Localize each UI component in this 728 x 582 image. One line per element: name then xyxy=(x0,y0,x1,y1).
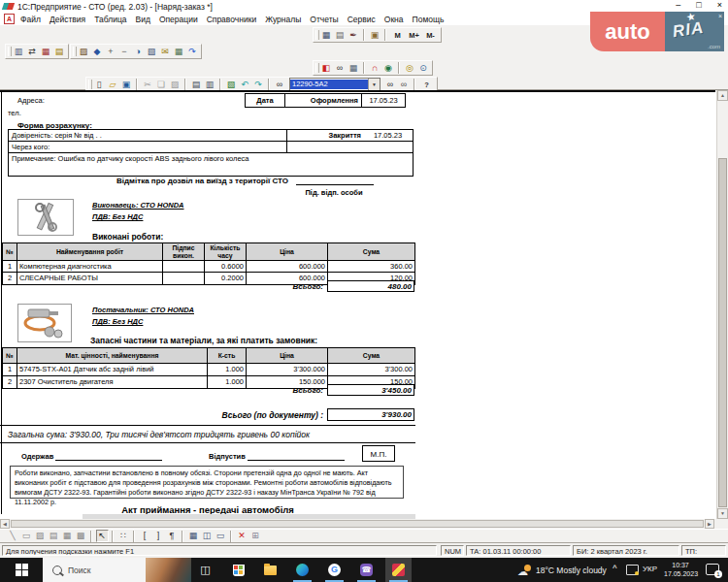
mail-icon[interactable]: ✉ xyxy=(159,46,172,58)
menu-item-windows[interactable]: Окна xyxy=(384,15,404,24)
taskbar-search[interactable]: Поиск xyxy=(43,558,191,582)
autoria-auto-block[interactable]: auto xyxy=(590,12,665,51)
section-icon[interactable]: ¶ xyxy=(166,530,179,542)
menu-item-reports[interactable]: Отчеты xyxy=(310,15,338,24)
page-setup-icon[interactable]: ▤ xyxy=(334,29,347,42)
chart-tool-icon[interactable]: ▦ xyxy=(61,530,74,542)
panel-view-icon[interactable]: ▭ xyxy=(215,530,227,542)
help-icon[interactable]: ? xyxy=(419,79,435,91)
combobox-dropdown-icon[interactable]: ▼ xyxy=(368,79,380,90)
weather-widget[interactable]: ☁ 18°C Mostly cloudy xyxy=(517,558,607,582)
block-names-icon[interactable]: ✕ xyxy=(236,530,248,542)
line-tool-icon[interactable]: ╲ xyxy=(7,530,19,542)
search-highlight-image[interactable] xyxy=(146,558,191,582)
minimize-button[interactable]: – xyxy=(676,0,680,10)
headers-view-icon[interactable]: ◫ xyxy=(201,530,214,542)
constants-icon[interactable]: ▦ xyxy=(40,46,52,58)
page-find-icon[interactable]: ▧ xyxy=(146,46,158,58)
journal-icon[interactable]: ▤ xyxy=(53,46,66,58)
memory-m-minus-button[interactable]: М- xyxy=(423,29,439,42)
scroll-right-icon[interactable]: ▶ xyxy=(705,519,714,529)
print-preview-icon[interactable]: ▥ xyxy=(204,79,216,91)
rainbow-icon[interactable]: ∩ xyxy=(369,62,381,75)
copy-icon[interactable]: ❏ xyxy=(155,79,168,91)
memory-m-button[interactable]: М xyxy=(390,29,406,42)
table-icon[interactable]: ▦ xyxy=(347,62,360,75)
menu-item-service[interactable]: Сервис xyxy=(347,15,376,24)
file-explorer-button[interactable] xyxy=(257,558,283,582)
store-button[interactable] xyxy=(225,558,251,582)
grid-tool-icon[interactable]: ∷ xyxy=(117,530,130,542)
search-combobox[interactable]: 12290-5A2 ▼ xyxy=(289,78,381,91)
zoom-icon[interactable]: ⊙ xyxy=(417,62,430,75)
picture-tool-icon[interactable]: ▨ xyxy=(34,530,47,542)
redo-icon[interactable]: ↷ xyxy=(252,79,265,91)
bracket-open-icon[interactable]: [ xyxy=(139,530,151,542)
autoria-ria-block[interactable]: ★ RIA .com × xyxy=(665,12,724,51)
cut-icon[interactable]: ✂ xyxy=(142,79,154,91)
edge-button[interactable] xyxy=(289,558,315,582)
add-row-icon[interactable]: + xyxy=(105,46,117,58)
menu-item-operations[interactable]: Операции xyxy=(159,15,198,24)
table-format-icon[interactable]: ▦ xyxy=(320,29,333,42)
catalog-icon[interactable]: ▨ xyxy=(78,46,90,58)
google-button[interactable]: G xyxy=(321,558,347,582)
properties-icon[interactable]: ▧ xyxy=(225,79,238,91)
horizontal-scrollbar[interactable]: ◀ ▶ xyxy=(0,519,715,529)
table-marks-icon[interactable]: ▦ xyxy=(173,46,185,58)
exit-icon[interactable]: ◧ xyxy=(320,62,333,75)
table-view-icon[interactable]: ▦ xyxy=(187,530,200,542)
menu-item-view[interactable]: Вид xyxy=(135,15,149,24)
report-icon[interactable]: ▥ xyxy=(13,46,25,58)
menu-item-help[interactable]: Помощь xyxy=(413,15,445,24)
menu-item-references[interactable]: Справочники xyxy=(207,15,257,24)
layers-icon[interactable]: ⊞ xyxy=(249,530,262,542)
undo-icon[interactable]: ↶ xyxy=(239,79,251,91)
tray-app-icon[interactable] xyxy=(626,565,639,575)
tray-expand-icon[interactable]: ^ xyxy=(612,564,617,572)
paste-icon[interactable]: ▨ xyxy=(169,79,182,91)
new-doc-icon[interactable]: ▯ xyxy=(93,79,106,91)
text-tool-icon[interactable]: ▤ xyxy=(48,530,60,542)
task-view-button[interactable]: ◫ xyxy=(192,558,218,582)
close-button[interactable]: × xyxy=(717,0,722,10)
print-form-icon[interactable]: ◆ xyxy=(91,46,104,58)
find-icon[interactable]: ∞ xyxy=(274,79,286,91)
menu-item-actions[interactable]: Действия xyxy=(50,15,85,24)
save-icon[interactable]: ▣ xyxy=(120,79,133,91)
autoria-watermark[interactable]: auto ★ RIA .com × xyxy=(590,12,724,51)
globe-icon[interactable]: ◉ xyxy=(382,62,395,75)
help-search-icon[interactable]: ∞ xyxy=(334,62,347,75)
bracket-close-icon[interactable]: ] xyxy=(152,530,165,542)
notification-center-icon[interactable]: 1 xyxy=(706,564,719,575)
find-prev-icon[interactable]: ∞ xyxy=(398,79,411,91)
update-icon[interactable]: ↷ xyxy=(186,46,199,58)
rect-tool-icon[interactable]: ▭ xyxy=(20,530,33,542)
page-refresh-icon[interactable]: ◑ xyxy=(132,46,145,58)
stamp-icon[interactable]: ✒ xyxy=(347,29,360,42)
menu-item-table[interactable]: Таблица xyxy=(94,15,126,24)
select-tool-icon[interactable]: ↖ xyxy=(96,530,109,542)
refresh-icon[interactable]: ⇄ xyxy=(26,46,39,58)
scroll-up-icon[interactable]: ▲ xyxy=(717,90,728,101)
print-icon[interactable]: ▤ xyxy=(190,79,203,91)
memory-m-plus-button[interactable]: М+ xyxy=(407,29,422,42)
document-icon[interactable]: А xyxy=(4,14,15,24)
watermark-close-icon[interactable]: × xyxy=(718,13,722,19)
open-icon[interactable]: ▱ xyxy=(107,79,119,91)
menu-item-file[interactable]: Файл xyxy=(20,15,41,24)
book-icon[interactable]: ▣ xyxy=(369,29,381,42)
scroll-left-icon[interactable]: ◀ xyxy=(0,519,10,529)
horizontal-scrollbar-thumb[interactable] xyxy=(11,520,704,528)
find-next-icon[interactable]: ∞ xyxy=(384,79,397,91)
taskbar-clock[interactable]: 10:37 17.05.2023 xyxy=(664,561,697,578)
money-icon[interactable]: ◎ xyxy=(404,62,416,75)
restore-button[interactable]: □ xyxy=(696,0,701,10)
start-button[interactable] xyxy=(0,558,43,582)
remove-row-icon[interactable]: − xyxy=(118,46,131,58)
language-indicator[interactable]: УКР xyxy=(643,565,657,573)
vertical-scrollbar-thumb[interactable] xyxy=(718,158,727,507)
viber-button[interactable]: ☎ xyxy=(353,558,380,582)
vertical-scrollbar[interactable]: ▲ ▼ xyxy=(716,90,728,519)
onec-app-button[interactable] xyxy=(385,558,412,582)
